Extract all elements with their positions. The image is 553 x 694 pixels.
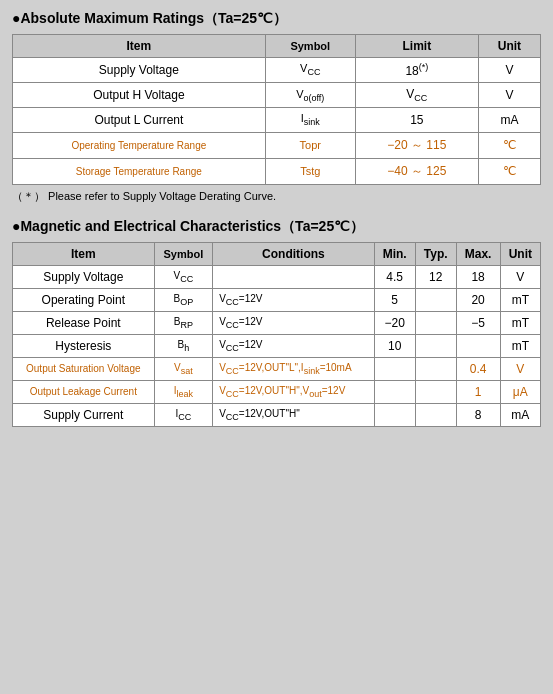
- cell: 4.5: [374, 265, 415, 288]
- cell-limit: VCC: [355, 83, 478, 108]
- table-row: Output L CurrentIsink15mA: [13, 108, 541, 132]
- cell: VCC=12V,OUT"L",Isink=10mA: [213, 357, 375, 380]
- cell-item: Supply Voltage: [13, 265, 155, 288]
- s2-header-typ: Typ.: [415, 242, 456, 265]
- cell: Bh: [154, 334, 213, 357]
- cell: −20: [374, 311, 415, 334]
- cell: V: [500, 357, 540, 380]
- cell-unit: V: [478, 83, 540, 108]
- cell: ICC: [154, 403, 213, 426]
- table-row: Supply CurrentICCVCC=12V,OUT"H"8mA: [13, 403, 541, 426]
- table-row: Output H VoltageVo(off)VCCV: [13, 83, 541, 108]
- cell: [415, 311, 456, 334]
- cell-item: Release Point: [13, 311, 155, 334]
- s2-header-item: Item: [13, 242, 155, 265]
- s1-header-unit: Unit: [478, 35, 540, 58]
- cell-unit: ℃: [478, 132, 540, 158]
- cell: [456, 334, 500, 357]
- cell-item: Output H Voltage: [13, 83, 266, 108]
- table-row: HysteresisBhVCC=12V10mT: [13, 334, 541, 357]
- table-row: Supply VoltageVCC4.51218V: [13, 265, 541, 288]
- section1-note: （＊） Please refer to Supply Voltage Derat…: [12, 189, 541, 204]
- cell-limit: 15: [355, 108, 478, 132]
- cell: 20: [456, 288, 500, 311]
- cell: [374, 403, 415, 426]
- table-row: Storage Temperature RangeTstg−40 ～ 125℃: [13, 158, 541, 184]
- cell: Vsat: [154, 357, 213, 380]
- cell-unit: V: [478, 58, 540, 83]
- cell: mT: [500, 288, 540, 311]
- s2-header-min: Min.: [374, 242, 415, 265]
- cell: [415, 334, 456, 357]
- cell: VCC=12V: [213, 288, 375, 311]
- table-row: Operating Temperature RangeTopr−20 ～ 115…: [13, 132, 541, 158]
- cell: [213, 265, 375, 288]
- cell: [415, 380, 456, 403]
- cell: VCC=12V,OUT"H": [213, 403, 375, 426]
- cell-item: Hysteresis: [13, 334, 155, 357]
- cell-item: Storage Temperature Range: [13, 158, 266, 184]
- cell: mT: [500, 334, 540, 357]
- cell-unit: ℃: [478, 158, 540, 184]
- cell-item: Operating Point: [13, 288, 155, 311]
- cell-item: Supply Current: [13, 403, 155, 426]
- cell: 0.4: [456, 357, 500, 380]
- cell: 12: [415, 265, 456, 288]
- cell: VCC=12V,OUT"H",Vout=12V: [213, 380, 375, 403]
- cell-item: Output L Current: [13, 108, 266, 132]
- s2-header-symbol: Symbol: [154, 242, 213, 265]
- table-row: Supply VoltageVCC18(*)V: [13, 58, 541, 83]
- table-row: Operating PointBOPVCC=12V520mT: [13, 288, 541, 311]
- s2-header-unit: Unit: [500, 242, 540, 265]
- s2-header-max: Max.: [456, 242, 500, 265]
- cell-item: Output Saturation Voltage: [13, 357, 155, 380]
- s1-header-symbol: Symbol: [265, 35, 355, 58]
- cell: mT: [500, 311, 540, 334]
- cell-symbol: Isink: [265, 108, 355, 132]
- cell-item: Operating Temperature Range: [13, 132, 266, 158]
- cell: 8: [456, 403, 500, 426]
- cell: −5: [456, 311, 500, 334]
- cell: V: [500, 265, 540, 288]
- cell: BOP: [154, 288, 213, 311]
- cell: [374, 357, 415, 380]
- cell: mA: [500, 403, 540, 426]
- cell: VCC: [154, 265, 213, 288]
- cell: 18: [456, 265, 500, 288]
- cell-limit: 18(*): [355, 58, 478, 83]
- s1-header-limit: Limit: [355, 35, 478, 58]
- section2-table: Item Symbol Conditions Min. Typ. Max. Un…: [12, 242, 541, 427]
- cell: VCC=12V: [213, 311, 375, 334]
- section1-title: ●Absolute Maximum Ratings（Ta=25℃）: [12, 10, 541, 28]
- cell-item: Output Leakage Current: [13, 380, 155, 403]
- cell: [415, 403, 456, 426]
- cell-item: Supply Voltage: [13, 58, 266, 83]
- cell: 5: [374, 288, 415, 311]
- cell: μA: [500, 380, 540, 403]
- cell: Ileak: [154, 380, 213, 403]
- table-row: Release PointBRPVCC=12V−20−5mT: [13, 311, 541, 334]
- cell: VCC=12V: [213, 334, 375, 357]
- cell: 10: [374, 334, 415, 357]
- cell: BRP: [154, 311, 213, 334]
- s1-header-item: Item: [13, 35, 266, 58]
- cell-symbol: VCC: [265, 58, 355, 83]
- table-row: Output Leakage CurrentIleakVCC=12V,OUT"H…: [13, 380, 541, 403]
- cell-limit: −20 ～ 115: [355, 132, 478, 158]
- cell: [415, 288, 456, 311]
- s2-header-conditions: Conditions: [213, 242, 375, 265]
- cell-limit: −40 ～ 125: [355, 158, 478, 184]
- section2-title: ●Magnetic and Electrical Characteristics…: [12, 218, 541, 236]
- cell-symbol: Topr: [265, 132, 355, 158]
- cell-symbol: Vo(off): [265, 83, 355, 108]
- cell: [374, 380, 415, 403]
- table-row: Output Saturation VoltageVsatVCC=12V,OUT…: [13, 357, 541, 380]
- cell: [415, 357, 456, 380]
- cell-symbol: Tstg: [265, 158, 355, 184]
- section1-table: Item Symbol Limit Unit Supply VoltageVCC…: [12, 34, 541, 185]
- cell-unit: mA: [478, 108, 540, 132]
- cell: 1: [456, 380, 500, 403]
